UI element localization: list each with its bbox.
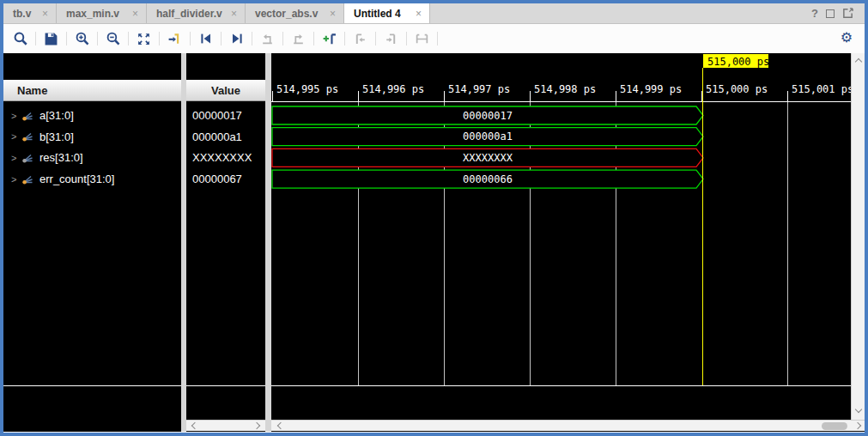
next-transition-button[interactable] [222, 27, 252, 50]
float-window-icon[interactable] [842, 8, 853, 19]
time-axis-label: 514,999 ps [620, 83, 682, 95]
zoom-out-button[interactable] [98, 27, 128, 50]
save-button[interactable] [36, 27, 66, 50]
vertical-scrollbar[interactable] [851, 53, 865, 420]
tab-label: half_divider.v [156, 8, 222, 20]
value-column-header[interactable]: Value [186, 80, 265, 101]
tab-tb-v[interactable]: tb.v × [3, 3, 57, 23]
time-axis-label: 515,001 ps [792, 83, 851, 95]
zoom-fit-icon [137, 32, 151, 46]
tab-label: tb.v [13, 8, 31, 20]
editor-tab-bar: tb.v × max_min.v × half_divider.v × vect… [3, 3, 865, 24]
maximize-icon[interactable] [826, 9, 835, 18]
signal-value[interactable]: XXXXXXXX [192, 148, 252, 168]
wave-bus-value: 00000066 [463, 173, 513, 185]
zoom-in-button[interactable] [67, 27, 97, 50]
fit-markers-icon [415, 32, 429, 46]
name-column-header[interactable]: Name [3, 80, 181, 101]
bus-signal-icon [21, 153, 33, 163]
previous-marker-button[interactable] [345, 27, 375, 50]
signal-name-label: a[31:0] [39, 109, 74, 122]
signal-row[interactable]: >a[31:0] [3, 106, 181, 126]
signal-row[interactable]: >res[31:0] [3, 148, 181, 168]
expand-chevron-icon[interactable]: > [11, 174, 21, 185]
settings-gear-icon[interactable]: ⚙ [841, 31, 853, 45]
scroll-right-icon[interactable] [253, 422, 260, 429]
close-icon[interactable]: × [42, 8, 48, 20]
signal-value-panel: Value 00000017000000a1XXXXXXXX00000067 [186, 53, 265, 432]
time-axis-label: 514,996 ps [362, 83, 424, 95]
shift-left-icon [260, 32, 275, 46]
waveform-viewer: Name >a[31:0]>b[31:0]>res[31:0]>err_coun… [3, 53, 865, 432]
previous-transition-icon [199, 32, 213, 45]
next-marker-button[interactable] [376, 27, 406, 50]
time-axis-label: 514,995 ps [276, 83, 338, 95]
shift-right-button[interactable] [283, 27, 313, 50]
tab-max-min-v[interactable]: max_min.v × [57, 3, 147, 23]
previous-transition-button[interactable] [191, 27, 221, 50]
zoom-fit-button[interactable] [129, 27, 159, 50]
time-axis-label: 514,998 ps [534, 83, 596, 95]
wave-bus-value: XXXXXXXX [463, 152, 513, 164]
value-horizontal-scrollbar[interactable] [186, 420, 265, 431]
search-button[interactable] [5, 27, 35, 50]
scroll-down-icon[interactable] [855, 406, 862, 413]
signal-row[interactable]: >b[31:0] [3, 126, 181, 147]
save-icon [44, 32, 58, 46]
signal-value[interactable]: 00000067 [192, 169, 242, 190]
next-transition-icon [230, 32, 244, 45]
scroll-right-icon[interactable] [854, 422, 861, 429]
scroll-left-icon[interactable] [277, 422, 284, 429]
tab-half-divider-v[interactable]: half_divider.v × [147, 3, 246, 23]
tab-label: max_min.v [66, 8, 119, 20]
search-icon [13, 31, 28, 46]
panel-separator-line [186, 385, 265, 386]
zoom-out-icon [106, 31, 121, 46]
shift-left-button[interactable] [252, 27, 282, 50]
add-marker-button[interactable] [314, 27, 344, 50]
close-icon[interactable]: × [416, 8, 422, 20]
close-icon[interactable]: × [132, 8, 138, 20]
fit-markers-button[interactable] [407, 27, 437, 50]
window-content: tb.v × max_min.v × half_divider.v × vect… [3, 3, 865, 433]
signal-value[interactable]: 000000a1 [192, 126, 242, 147]
wave-bus-value: 00000017 [463, 110, 513, 122]
signal-value[interactable]: 00000017 [192, 106, 242, 126]
help-icon[interactable]: ? [811, 7, 818, 20]
panel-separator-line [3, 385, 181, 386]
tab-untitled-4[interactable]: Untitled 4 × [344, 3, 430, 23]
expand-chevron-icon[interactable]: > [11, 153, 21, 163]
scrollbar-thumb[interactable] [822, 422, 847, 430]
time-axis-label: 514,997 ps [448, 83, 510, 95]
expand-chevron-icon[interactable]: > [11, 111, 21, 121]
shift-right-icon [291, 32, 306, 46]
expand-chevron-icon[interactable]: > [11, 131, 21, 142]
next-marker-icon [384, 32, 398, 46]
wave-bus-value: 000000a1 [463, 130, 513, 142]
simulation-window: tb.v × max_min.v × half_divider.v × vect… [0, 0, 868, 436]
zoom-in-icon [75, 31, 90, 46]
bus-signal-icon [21, 131, 33, 142]
tab-vector-abs-v[interactable]: vector_abs.v × [246, 3, 344, 23]
panel-splitter[interactable] [265, 53, 271, 432]
previous-marker-icon [353, 32, 367, 46]
go-to-time-button[interactable] [160, 27, 190, 50]
window-controls: ? [811, 3, 865, 23]
waveform-toolbar: ⚙ [3, 24, 865, 53]
add-marker-icon [322, 32, 337, 46]
time-axis-label: 515,000 ps [706, 83, 768, 95]
waveform-plot[interactable]: 514,995 ps514,996 ps514,997 ps514,998 ps… [271, 53, 851, 432]
bus-signal-icon [21, 174, 33, 185]
scroll-up-icon[interactable] [855, 58, 862, 65]
signal-name-panel: Name >a[31:0]>b[31:0]>res[31:0]>err_coun… [3, 53, 181, 432]
signal-row[interactable]: >err_count[31:0] [3, 169, 181, 190]
signal-name-label: b[31:0] [39, 130, 74, 143]
close-icon[interactable]: × [330, 8, 336, 20]
close-icon[interactable]: × [231, 8, 237, 20]
signal-name-label: res[31:0] [39, 151, 83, 164]
signal-name-label: err_count[31:0] [39, 173, 114, 185]
wave-horizontal-scrollbar[interactable] [271, 420, 865, 431]
waveform-canvas[interactable]: 514,995 ps514,996 ps514,997 ps514,998 ps… [271, 53, 851, 432]
cursor-time-label: 515,000 ps [707, 56, 769, 68]
scroll-left-icon[interactable] [191, 422, 198, 429]
